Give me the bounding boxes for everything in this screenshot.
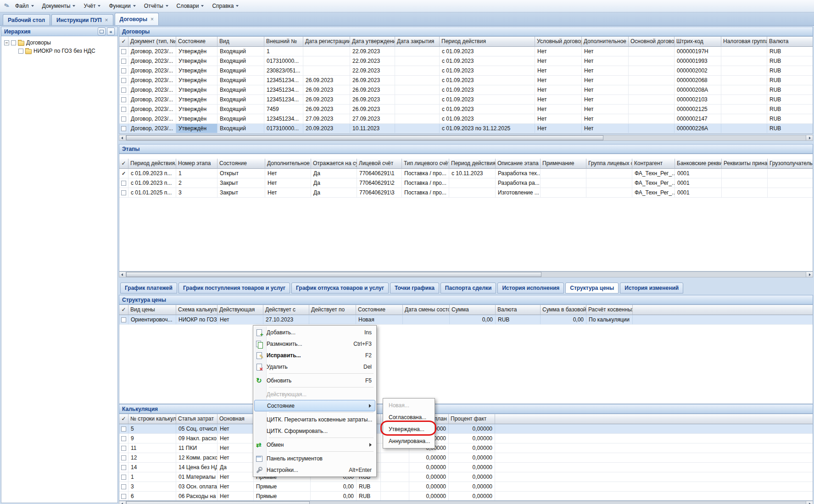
context-menu-item[interactable]: ЦИТК. Пересчитать косвенные затраты...: [254, 414, 375, 425]
context-menu-item[interactable]: Размножить...Ctrl+F3: [254, 338, 375, 349]
row-checkbox[interactable]: [121, 190, 126, 195]
column-header[interactable]: Описание этапа: [496, 159, 541, 169]
select-all-header[interactable]: ✓: [119, 159, 128, 169]
column-header[interactable]: Контрагент: [632, 159, 675, 169]
table-row[interactable]: Договор, 2023/...УтверждёнВходящий123451…: [119, 114, 813, 124]
section-tab[interactable]: Структура цены: [565, 282, 619, 294]
scroll-left-icon[interactable]: [119, 501, 126, 504]
menu-item[interactable]: Справка: [208, 0, 243, 12]
row-checkbox[interactable]: [121, 494, 126, 499]
scroll-thumb[interactable]: [126, 272, 541, 277]
row-checkbox[interactable]: [121, 446, 126, 451]
column-header[interactable]: Реквизиты принад: [722, 159, 768, 169]
contracts-hscrollbar[interactable]: [119, 135, 813, 141]
select-all-header[interactable]: ✓: [119, 414, 128, 424]
scroll-track[interactable]: [126, 272, 806, 277]
table-row[interactable]: 606 Расходы на ...НетПрямые0,00RUB0,0000…: [119, 492, 813, 501]
menu-item[interactable]: Файл: [11, 0, 38, 12]
column-header[interactable]: Состояние: [356, 305, 403, 315]
scroll-right-icon[interactable]: [806, 272, 813, 277]
scroll-right-icon[interactable]: [806, 501, 813, 504]
row-checkbox[interactable]: [121, 475, 126, 480]
column-header[interactable]: Дата утверждения: [350, 37, 395, 47]
row-checkbox[interactable]: [121, 88, 126, 93]
column-header[interactable]: Действует по: [309, 305, 356, 315]
row-checkbox[interactable]: [121, 455, 126, 460]
column-header[interactable]: Основная: [217, 414, 254, 424]
column-header[interactable]: Тип лицевого счёт: [402, 159, 449, 169]
table-row[interactable]: Договор, 2023/...УтверждёнВходящий123451…: [119, 85, 813, 95]
row-checkbox[interactable]: [121, 116, 126, 122]
row-checkbox[interactable]: [121, 78, 126, 83]
row-checkbox[interactable]: [121, 181, 126, 186]
table-row[interactable]: 1111 ПКИНетПрямые0,00RUB0,000000,00000: [119, 443, 813, 453]
row-checkbox[interactable]: [121, 68, 126, 73]
row-checkbox[interactable]: [121, 436, 126, 441]
context-menu-item[interactable]: Настройки...Alt+Enter: [254, 464, 375, 476]
table-row[interactable]: Договор, 2023/...УтверждёнВходящий017310…: [119, 124, 813, 133]
table-row[interactable]: 101 МатериалыНетПрямые0,00RUB0,000000,00…: [119, 472, 813, 482]
table-row[interactable]: с 01.09.2023 п...2ЗакрытНетДа7706406291\…: [119, 178, 813, 188]
column-header[interactable]: Номер этапа: [176, 159, 217, 169]
table-row[interactable]: 909 Накл. расхо...НетПрямые0,00RUB0,0000…: [119, 434, 813, 443]
column-header[interactable]: № строки калькул: [128, 414, 176, 424]
row-checkbox[interactable]: [121, 317, 126, 322]
row-checkbox[interactable]: [121, 126, 126, 131]
section-tab[interactable]: История исполнения: [497, 282, 564, 294]
close-tab-icon[interactable]: ×: [151, 17, 154, 22]
column-header[interactable]: Грузополучатель: [768, 159, 813, 169]
tree-node[interactable]: НИОКР по ГОЗ без НДС: [2, 47, 117, 55]
column-header[interactable]: Период действия: [440, 37, 535, 47]
stages-hscrollbar[interactable]: [119, 271, 813, 277]
table-row[interactable]: 1414 Цена без НДСДаПрямые0,00RUB0,000000…: [119, 463, 813, 472]
document-tab[interactable]: Договоры×: [115, 13, 159, 25]
context-menu-item[interactable]: УдалитьDel: [254, 361, 375, 372]
column-header[interactable]: Состояние: [176, 37, 217, 47]
column-header[interactable]: Штрих-код: [675, 37, 721, 47]
menu-item[interactable]: Учёт: [79, 0, 105, 12]
column-header[interactable]: Состояние: [217, 159, 265, 169]
menu-item[interactable]: Документы: [38, 0, 80, 12]
column-header[interactable]: Валюта: [767, 37, 813, 47]
column-header[interactable]: Схема калькуляци: [176, 305, 217, 315]
menu-item[interactable]: Отчёты: [140, 0, 173, 12]
row-checkbox[interactable]: [121, 59, 126, 64]
menu-item[interactable]: Словари: [173, 0, 208, 12]
collapse-expander-icon[interactable]: [4, 40, 9, 45]
column-header[interactable]: Дата регистрации: [303, 37, 350, 47]
scroll-left-icon[interactable]: [119, 135, 126, 140]
select-all-header[interactable]: ✓: [119, 305, 128, 315]
column-header[interactable]: Внешний №: [264, 37, 303, 47]
context-menu-item[interactable]: Обмен: [254, 439, 375, 450]
section-tab[interactable]: История изменений: [620, 282, 683, 294]
column-header[interactable]: Отражается на суп: [311, 159, 357, 169]
column-header[interactable]: Валюта: [496, 305, 541, 315]
table-row[interactable]: с 01.01.2025 п...3ЗакрытНетДа7706406291\…: [119, 188, 813, 198]
context-menu-item[interactable]: Добавить...Ins: [254, 327, 375, 338]
table-row[interactable]: Ориентировоч...НИОКР по ГОЗ ...Нет27.10.…: [119, 315, 813, 325]
table-row[interactable]: Договор, 2023/...УтверждёнВходящий123451…: [119, 95, 813, 105]
row-checkbox[interactable]: [121, 465, 126, 470]
tree-node[interactable]: Договоры: [2, 39, 117, 47]
row-checkbox[interactable]: [121, 107, 126, 112]
scroll-track[interactable]: [126, 135, 806, 140]
section-tab[interactable]: Точки графика: [390, 282, 439, 294]
node-checkbox[interactable]: [18, 49, 23, 54]
column-header[interactable]: Период действия п: [449, 159, 496, 169]
column-header[interactable]: Расчёт косвенных: [586, 305, 633, 315]
panel-menu-icon[interactable]: [98, 28, 106, 35]
table-row[interactable]: ✓с 01.09.2023 п...1ОткрытНетДа7706406291…: [119, 169, 813, 178]
document-tab[interactable]: Рабочий стол: [3, 14, 50, 25]
table-row[interactable]: Договор, 2023/...УтверждёнВходящий745926…: [119, 105, 813, 114]
table-row[interactable]: Договор, 2023/...УтверждёнВходящий123451…: [119, 76, 813, 85]
row-checkbox[interactable]: [121, 97, 126, 102]
collapse-panel-icon[interactable]: «: [107, 28, 115, 35]
context-menu-item[interactable]: ОбновитьF5: [254, 375, 375, 386]
table-row[interactable]: Договор, 2023/...УтверждёнВходящий122.09…: [119, 47, 813, 56]
column-header[interactable]: Действующая: [217, 305, 263, 315]
context-menu-item[interactable]: ЦИТК. Сформировать...: [254, 425, 375, 437]
column-header[interactable]: Дата закрытия: [395, 37, 440, 47]
row-checkbox[interactable]: [121, 426, 126, 432]
scroll-right-icon[interactable]: [806, 135, 813, 140]
column-header[interactable]: Период действия..: [128, 159, 176, 169]
